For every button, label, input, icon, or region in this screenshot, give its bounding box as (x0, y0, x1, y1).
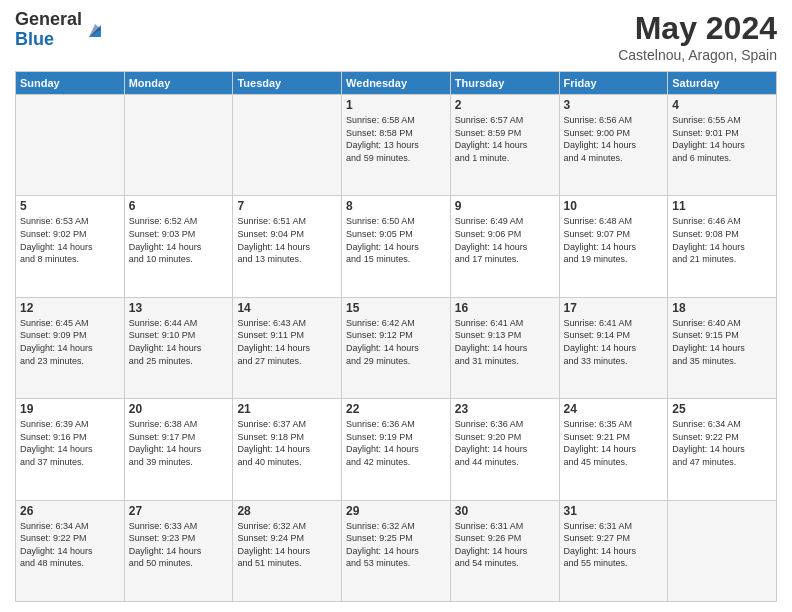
calendar-day-30: 30Sunrise: 6:31 AMSunset: 9:26 PMDayligh… (450, 500, 559, 601)
cell-content-line: Sunset: 8:59 PM (455, 127, 555, 140)
cell-content-line: Daylight: 14 hours (20, 241, 120, 254)
cell-content-line: and 10 minutes. (129, 253, 229, 266)
calendar-day-17: 17Sunrise: 6:41 AMSunset: 9:14 PMDayligh… (559, 297, 668, 398)
cell-content-line: Sunset: 9:02 PM (20, 228, 120, 241)
cell-content-line: Daylight: 14 hours (20, 545, 120, 558)
cell-content-line: Sunset: 9:27 PM (564, 532, 664, 545)
calendar-day-22: 22Sunrise: 6:36 AMSunset: 9:19 PMDayligh… (342, 399, 451, 500)
cell-content-line: Sunset: 9:14 PM (564, 329, 664, 342)
cell-content-line: Sunset: 9:00 PM (564, 127, 664, 140)
day-number: 31 (564, 504, 664, 518)
cell-content-line: Daylight: 14 hours (129, 545, 229, 558)
cell-content-line: Sunset: 9:11 PM (237, 329, 337, 342)
cell-content-line: Sunrise: 6:37 AM (237, 418, 337, 431)
day-number: 24 (564, 402, 664, 416)
cell-content-line: Sunrise: 6:48 AM (564, 215, 664, 228)
cell-content-line: and 39 minutes. (129, 456, 229, 469)
day-number: 30 (455, 504, 555, 518)
day-number: 10 (564, 199, 664, 213)
calendar-day-10: 10Sunrise: 6:48 AMSunset: 9:07 PMDayligh… (559, 196, 668, 297)
cell-content-line: Sunrise: 6:42 AM (346, 317, 446, 330)
cell-content-line: Sunset: 9:19 PM (346, 431, 446, 444)
cell-content-line: Sunset: 9:21 PM (564, 431, 664, 444)
cell-content-line: Sunrise: 6:46 AM (672, 215, 772, 228)
cell-content-line: Sunset: 9:07 PM (564, 228, 664, 241)
day-number: 14 (237, 301, 337, 315)
cell-content-line: Sunrise: 6:52 AM (129, 215, 229, 228)
cell-content-line: Sunrise: 6:32 AM (346, 520, 446, 533)
calendar-week-row: 1Sunrise: 6:58 AMSunset: 8:58 PMDaylight… (16, 95, 777, 196)
cell-content-line: and 53 minutes. (346, 557, 446, 570)
cell-content-line: and 50 minutes. (129, 557, 229, 570)
cell-content-line: Sunset: 9:15 PM (672, 329, 772, 342)
calendar-day-13: 13Sunrise: 6:44 AMSunset: 9:10 PMDayligh… (124, 297, 233, 398)
cell-content-line: Daylight: 14 hours (237, 241, 337, 254)
cell-content-line: Sunrise: 6:50 AM (346, 215, 446, 228)
calendar-day-1: 1Sunrise: 6:58 AMSunset: 8:58 PMDaylight… (342, 95, 451, 196)
cell-content-line: Sunset: 9:25 PM (346, 532, 446, 545)
cell-content-line: Sunset: 9:05 PM (346, 228, 446, 241)
cell-content-line: Sunset: 9:22 PM (20, 532, 120, 545)
calendar-day-16: 16Sunrise: 6:41 AMSunset: 9:13 PMDayligh… (450, 297, 559, 398)
cell-content-line: and 25 minutes. (129, 355, 229, 368)
calendar-day-21: 21Sunrise: 6:37 AMSunset: 9:18 PMDayligh… (233, 399, 342, 500)
cell-content-line: Daylight: 14 hours (564, 545, 664, 558)
calendar-empty-cell (233, 95, 342, 196)
cell-content-line: Daylight: 14 hours (564, 241, 664, 254)
cell-content-line: Daylight: 14 hours (672, 443, 772, 456)
cell-content-line: Daylight: 14 hours (20, 342, 120, 355)
cell-content-line: Sunset: 9:20 PM (455, 431, 555, 444)
day-number: 11 (672, 199, 772, 213)
calendar-day-23: 23Sunrise: 6:36 AMSunset: 9:20 PMDayligh… (450, 399, 559, 500)
day-number: 18 (672, 301, 772, 315)
cell-content-line: Sunrise: 6:36 AM (346, 418, 446, 431)
calendar-header-monday: Monday (124, 72, 233, 95)
logo-blue: Blue (15, 30, 82, 50)
calendar-week-row: 19Sunrise: 6:39 AMSunset: 9:16 PMDayligh… (16, 399, 777, 500)
cell-content-line: and 51 minutes. (237, 557, 337, 570)
cell-content-line: Daylight: 14 hours (346, 241, 446, 254)
cell-content-line: Sunset: 9:01 PM (672, 127, 772, 140)
cell-content-line: Sunrise: 6:39 AM (20, 418, 120, 431)
calendar-header-thursday: Thursday (450, 72, 559, 95)
cell-content-line: Sunrise: 6:38 AM (129, 418, 229, 431)
day-number: 5 (20, 199, 120, 213)
title-block: May 2024 Castelnou, Aragon, Spain (618, 10, 777, 63)
calendar-header-saturday: Saturday (668, 72, 777, 95)
day-number: 17 (564, 301, 664, 315)
cell-content-line: Daylight: 14 hours (672, 342, 772, 355)
calendar-header-tuesday: Tuesday (233, 72, 342, 95)
calendar-day-14: 14Sunrise: 6:43 AMSunset: 9:11 PMDayligh… (233, 297, 342, 398)
cell-content-line: Sunrise: 6:40 AM (672, 317, 772, 330)
cell-content-line: Daylight: 14 hours (129, 241, 229, 254)
calendar-day-15: 15Sunrise: 6:42 AMSunset: 9:12 PMDayligh… (342, 297, 451, 398)
cell-content-line: Daylight: 14 hours (20, 443, 120, 456)
calendar-week-row: 26Sunrise: 6:34 AMSunset: 9:22 PMDayligh… (16, 500, 777, 601)
cell-content-line: Sunset: 8:58 PM (346, 127, 446, 140)
calendar-day-6: 6Sunrise: 6:52 AMSunset: 9:03 PMDaylight… (124, 196, 233, 297)
cell-content-line: and 35 minutes. (672, 355, 772, 368)
day-number: 29 (346, 504, 446, 518)
calendar-header-sunday: Sunday (16, 72, 125, 95)
cell-content-line: Sunrise: 6:41 AM (564, 317, 664, 330)
cell-content-line: and 33 minutes. (564, 355, 664, 368)
cell-content-line: Sunrise: 6:58 AM (346, 114, 446, 127)
calendar-empty-cell (668, 500, 777, 601)
cell-content-line: Sunrise: 6:43 AM (237, 317, 337, 330)
cell-content-line: Sunset: 9:03 PM (129, 228, 229, 241)
day-number: 16 (455, 301, 555, 315)
day-number: 19 (20, 402, 120, 416)
calendar-day-24: 24Sunrise: 6:35 AMSunset: 9:21 PMDayligh… (559, 399, 668, 500)
logo-icon (84, 19, 106, 41)
cell-content-line: Sunrise: 6:49 AM (455, 215, 555, 228)
cell-content-line: Sunrise: 6:44 AM (129, 317, 229, 330)
cell-content-line: and 6 minutes. (672, 152, 772, 165)
cell-content-line: Daylight: 14 hours (237, 443, 337, 456)
calendar-day-27: 27Sunrise: 6:33 AMSunset: 9:23 PMDayligh… (124, 500, 233, 601)
cell-content-line: Daylight: 14 hours (564, 139, 664, 152)
calendar-day-29: 29Sunrise: 6:32 AMSunset: 9:25 PMDayligh… (342, 500, 451, 601)
cell-content-line: and 21 minutes. (672, 253, 772, 266)
calendar-week-row: 12Sunrise: 6:45 AMSunset: 9:09 PMDayligh… (16, 297, 777, 398)
day-number: 27 (129, 504, 229, 518)
cell-content-line: Sunrise: 6:51 AM (237, 215, 337, 228)
